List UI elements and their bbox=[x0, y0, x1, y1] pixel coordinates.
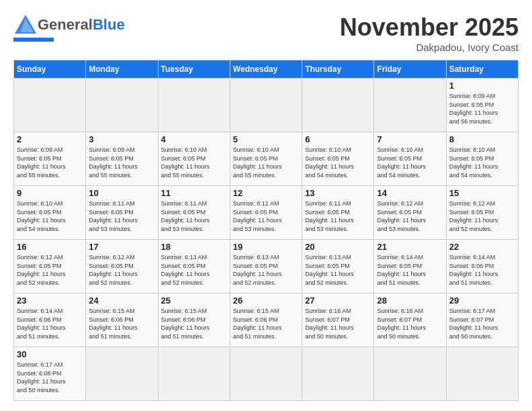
day-info: Sunrise: 6:15 AM Sunset: 6:06 PM Dayligh… bbox=[89, 307, 154, 340]
calendar-cell: 7Sunrise: 6:10 AM Sunset: 6:05 PM Daylig… bbox=[374, 132, 446, 186]
weekday-header: Tuesday bbox=[158, 60, 230, 79]
day-info: Sunrise: 6:15 AM Sunset: 6:06 PM Dayligh… bbox=[233, 307, 299, 340]
calendar-cell: 1Sunrise: 6:09 AM Sunset: 6:05 PM Daylig… bbox=[446, 79, 518, 132]
day-info: Sunrise: 6:17 AM Sunset: 6:08 PM Dayligh… bbox=[17, 361, 83, 394]
day-info: Sunrise: 6:09 AM Sunset: 6:05 PM Dayligh… bbox=[449, 92, 515, 126]
calendar-cell bbox=[230, 79, 302, 132]
calendar-cell: 4Sunrise: 6:10 AM Sunset: 6:05 PM Daylig… bbox=[158, 132, 230, 186]
calendar-cell bbox=[302, 79, 374, 132]
day-number: 15 bbox=[449, 188, 515, 198]
day-number: 22 bbox=[449, 242, 515, 252]
day-info: Sunrise: 6:12 AM Sunset: 6:05 PM Dayligh… bbox=[89, 253, 154, 287]
calendar-cell: 5Sunrise: 6:10 AM Sunset: 6:05 PM Daylig… bbox=[230, 132, 302, 186]
day-info: Sunrise: 6:16 AM Sunset: 6:07 PM Dayligh… bbox=[377, 307, 443, 340]
day-number: 19 bbox=[233, 242, 299, 252]
calendar-cell: 29Sunrise: 6:17 AM Sunset: 6:07 PM Dayli… bbox=[446, 293, 518, 347]
calendar-cell bbox=[158, 79, 230, 132]
calendar-cell: 30Sunrise: 6:17 AM Sunset: 6:08 PM Dayli… bbox=[14, 347, 86, 401]
calendar-cell: 12Sunrise: 6:11 AM Sunset: 6:05 PM Dayli… bbox=[230, 186, 302, 240]
logo-text: GeneralBlue bbox=[38, 16, 125, 34]
calendar-week-row: 2Sunrise: 6:09 AM Sunset: 6:05 PM Daylig… bbox=[14, 132, 519, 186]
day-info: Sunrise: 6:14 AM Sunset: 6:05 PM Dayligh… bbox=[377, 253, 443, 287]
calendar-cell: 15Sunrise: 6:12 AM Sunset: 6:05 PM Dayli… bbox=[446, 186, 518, 240]
day-number: 23 bbox=[17, 295, 83, 306]
calendar-cell: 21Sunrise: 6:14 AM Sunset: 6:05 PM Dayli… bbox=[374, 240, 446, 293]
day-info: Sunrise: 6:12 AM Sunset: 6:05 PM Dayligh… bbox=[17, 253, 83, 287]
logo: GeneralBlue bbox=[13, 13, 125, 42]
location: Dakpadou, Ivory Coast bbox=[340, 42, 519, 53]
day-info: Sunrise: 6:13 AM Sunset: 6:05 PM Dayligh… bbox=[161, 253, 227, 287]
calendar-cell: 19Sunrise: 6:13 AM Sunset: 6:05 PM Dayli… bbox=[230, 240, 302, 293]
calendar-cell bbox=[374, 79, 446, 132]
month-title: November 2025 bbox=[340, 13, 519, 42]
calendar-table: SundayMondayTuesdayWednesdayThursdayFrid… bbox=[13, 60, 519, 401]
calendar-cell: 3Sunrise: 6:09 AM Sunset: 6:05 PM Daylig… bbox=[86, 132, 158, 186]
weekday-header: Thursday bbox=[302, 60, 374, 79]
calendar-cell bbox=[374, 347, 446, 401]
day-info: Sunrise: 6:11 AM Sunset: 6:05 PM Dayligh… bbox=[233, 199, 299, 233]
day-info: Sunrise: 6:17 AM Sunset: 6:07 PM Dayligh… bbox=[449, 307, 515, 340]
day-info: Sunrise: 6:10 AM Sunset: 6:05 PM Dayligh… bbox=[233, 146, 299, 179]
day-number: 9 bbox=[17, 188, 83, 198]
day-number: 4 bbox=[161, 134, 227, 144]
calendar-cell: 6Sunrise: 6:10 AM Sunset: 6:05 PM Daylig… bbox=[302, 132, 374, 186]
calendar-cell bbox=[86, 347, 158, 401]
day-number: 30 bbox=[17, 349, 83, 359]
weekday-header: Sunday bbox=[14, 60, 86, 79]
day-info: Sunrise: 6:10 AM Sunset: 6:05 PM Dayligh… bbox=[377, 146, 443, 179]
calendar-cell: 16Sunrise: 6:12 AM Sunset: 6:05 PM Dayli… bbox=[14, 240, 86, 293]
day-number: 25 bbox=[161, 295, 227, 306]
weekday-header: Friday bbox=[374, 60, 446, 79]
day-number: 27 bbox=[305, 295, 371, 306]
day-number: 20 bbox=[305, 242, 371, 252]
day-info: Sunrise: 6:11 AM Sunset: 6:05 PM Dayligh… bbox=[161, 199, 227, 233]
day-number: 29 bbox=[449, 295, 515, 306]
day-info: Sunrise: 6:11 AM Sunset: 6:05 PM Dayligh… bbox=[305, 199, 371, 233]
day-info: Sunrise: 6:10 AM Sunset: 6:05 PM Dayligh… bbox=[17, 199, 83, 233]
day-info: Sunrise: 6:13 AM Sunset: 6:05 PM Dayligh… bbox=[233, 253, 299, 287]
calendar-cell: 8Sunrise: 6:10 AM Sunset: 6:05 PM Daylig… bbox=[446, 132, 518, 186]
calendar-cell: 27Sunrise: 6:16 AM Sunset: 6:07 PM Dayli… bbox=[302, 293, 374, 347]
day-number: 6 bbox=[305, 134, 371, 144]
calendar-cell: 11Sunrise: 6:11 AM Sunset: 6:05 PM Dayli… bbox=[158, 186, 230, 240]
day-number: 16 bbox=[17, 242, 83, 252]
day-info: Sunrise: 6:14 AM Sunset: 6:06 PM Dayligh… bbox=[17, 307, 83, 340]
day-info: Sunrise: 6:14 AM Sunset: 6:06 PM Dayligh… bbox=[449, 253, 515, 287]
day-number: 8 bbox=[449, 134, 515, 144]
calendar-cell: 26Sunrise: 6:15 AM Sunset: 6:06 PM Dayli… bbox=[230, 293, 302, 347]
weekday-header: Wednesday bbox=[230, 60, 302, 79]
calendar-week-row: 23Sunrise: 6:14 AM Sunset: 6:06 PM Dayli… bbox=[14, 293, 519, 347]
calendar-cell: 18Sunrise: 6:13 AM Sunset: 6:05 PM Dayli… bbox=[158, 240, 230, 293]
day-number: 12 bbox=[233, 188, 299, 198]
day-number: 7 bbox=[377, 134, 443, 144]
calendar-cell bbox=[86, 79, 158, 132]
day-info: Sunrise: 6:09 AM Sunset: 6:05 PM Dayligh… bbox=[17, 146, 83, 179]
page-header: GeneralBlue November 2025 Dakpadou, Ivor… bbox=[13, 13, 519, 53]
calendar-cell bbox=[446, 347, 518, 401]
calendar-cell: 17Sunrise: 6:12 AM Sunset: 6:05 PM Dayli… bbox=[86, 240, 158, 293]
title-block: November 2025 Dakpadou, Ivory Coast bbox=[340, 13, 519, 53]
day-number: 28 bbox=[377, 295, 443, 306]
day-info: Sunrise: 6:16 AM Sunset: 6:07 PM Dayligh… bbox=[305, 307, 371, 340]
calendar-cell: 25Sunrise: 6:15 AM Sunset: 6:06 PM Dayli… bbox=[158, 293, 230, 347]
day-info: Sunrise: 6:09 AM Sunset: 6:05 PM Dayligh… bbox=[89, 146, 154, 179]
day-number: 2 bbox=[17, 134, 83, 144]
calendar-cell: 24Sunrise: 6:15 AM Sunset: 6:06 PM Dayli… bbox=[86, 293, 158, 347]
calendar-cell: 13Sunrise: 6:11 AM Sunset: 6:05 PM Dayli… bbox=[302, 186, 374, 240]
calendar-cell bbox=[302, 347, 374, 401]
day-number: 14 bbox=[377, 188, 443, 198]
calendar-cell: 14Sunrise: 6:12 AM Sunset: 6:05 PM Dayli… bbox=[374, 186, 446, 240]
weekday-header-row: SundayMondayTuesdayWednesdayThursdayFrid… bbox=[14, 60, 519, 79]
day-info: Sunrise: 6:10 AM Sunset: 6:05 PM Dayligh… bbox=[449, 146, 515, 179]
weekday-header: Monday bbox=[86, 60, 158, 79]
day-info: Sunrise: 6:10 AM Sunset: 6:05 PM Dayligh… bbox=[305, 146, 371, 179]
day-number: 11 bbox=[161, 188, 227, 198]
day-number: 3 bbox=[89, 134, 154, 144]
calendar-cell: 23Sunrise: 6:14 AM Sunset: 6:06 PM Dayli… bbox=[14, 293, 86, 347]
calendar-cell bbox=[158, 347, 230, 401]
calendar-cell: 9Sunrise: 6:10 AM Sunset: 6:05 PM Daylig… bbox=[14, 186, 86, 240]
calendar-week-row: 9Sunrise: 6:10 AM Sunset: 6:05 PM Daylig… bbox=[14, 186, 519, 240]
calendar-cell: 2Sunrise: 6:09 AM Sunset: 6:05 PM Daylig… bbox=[14, 132, 86, 186]
calendar-week-row: 30Sunrise: 6:17 AM Sunset: 6:08 PM Dayli… bbox=[14, 347, 519, 401]
calendar-week-row: 16Sunrise: 6:12 AM Sunset: 6:05 PM Dayli… bbox=[14, 240, 519, 293]
